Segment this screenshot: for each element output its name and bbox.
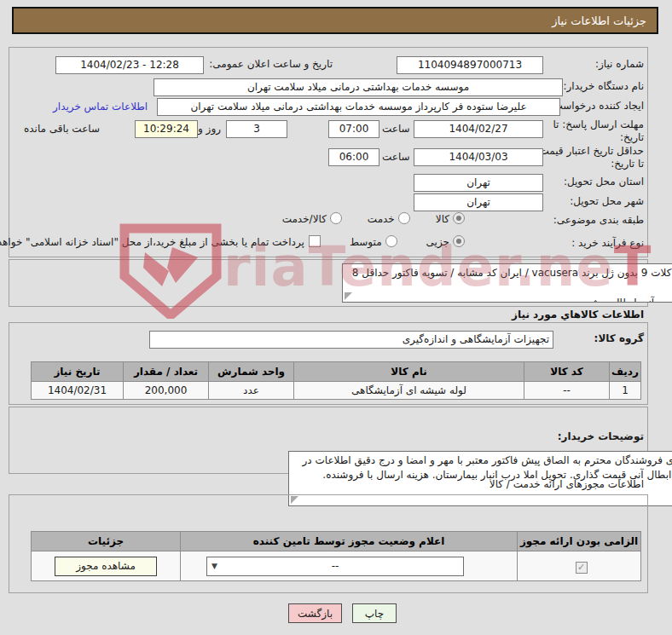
description-textarea[interactable]: لوله لخته 100*16 وکیوم کلات 9 بدون ژل بر… — [342, 263, 672, 303]
radio-goods-service-icon[interactable] — [330, 212, 342, 224]
price-validity-label: حداقل تاریخ اعتبار قیمت: تا تاریخ: — [533, 145, 644, 170]
remaining-days-label: روز و — [198, 123, 221, 136]
radio-service-icon[interactable] — [398, 212, 410, 224]
col-row-number: ردیف — [610, 362, 641, 382]
buyer-org-label: نام دستگاه خریدار: — [564, 80, 645, 93]
cell-permit-required: ✓ — [518, 551, 641, 581]
creator-label: ایجاد کننده درخواست: — [549, 100, 644, 113]
items-table-header-row: ردیف کد کالا نام کالا واحد شمارش تعداد /… — [32, 362, 641, 382]
price-validity-time[interactable]: 06:00 — [328, 148, 379, 166]
radio-goods-service[interactable]: کالا/خدمت — [282, 212, 342, 225]
table-row: ✓ -- ▼ مشاهده مجوز — [32, 551, 641, 581]
province-label: استان محل تحویل: — [564, 176, 644, 188]
items-section-title: اطلاعات کالاهاي مورد نیاز — [512, 309, 644, 320]
permits-table: الزامی بودن ارائه مجوز اعلام وضعیت مجوز … — [31, 531, 641, 581]
page-title-bar: جزئیات اطلاعات نیاز — [12, 7, 658, 34]
permit-status-value: -- — [332, 560, 339, 572]
deadline-time[interactable]: 07:00 — [328, 120, 379, 138]
permits-section-title: اطلاعات مجوزهای ارائه خدمت / کالا — [490, 478, 644, 491]
announce-value[interactable]: 1404/02/23 - 12:28 — [55, 56, 204, 74]
deadline-date[interactable]: 1404/02/27 — [414, 120, 543, 138]
city-value[interactable]: تهران — [414, 193, 543, 211]
deadline-hour-label: ساعت — [382, 123, 410, 136]
city-label: شهر محل تحویل: — [570, 195, 644, 208]
buyer-org-value[interactable]: موسسه خدمات بهداشتی درمانی میلاد سلامت ت… — [154, 78, 563, 96]
col-unit: واحد شمارش — [209, 362, 294, 382]
col-need-date: تاریخ نیاز — [32, 362, 124, 382]
radio-goods-icon[interactable] — [453, 212, 465, 224]
radio-goods[interactable]: کالا — [436, 212, 465, 225]
radio-medium-icon[interactable] — [385, 235, 397, 247]
radio-partial[interactable]: جزیی — [426, 235, 465, 248]
goods-group-label: گروه کالا: — [594, 332, 644, 345]
col-item-name: نام کالا — [294, 362, 524, 382]
classification-label: طبقه بندی موضوعی: — [553, 214, 644, 227]
permit-status-dropdown[interactable]: -- ▼ — [206, 557, 464, 576]
treasury-payment-option[interactable]: پرداخت تمام یا بخشی از مبلغ خرید،از محل … — [0, 235, 321, 248]
remaining-suffix: ساعت باقی مانده — [24, 123, 100, 136]
col-item-code: کد کالا — [524, 362, 610, 382]
print-button[interactable]: چاپ — [352, 603, 397, 623]
need-number-label: شماره نیاز: — [595, 58, 644, 71]
view-permit-button[interactable]: مشاهده مجوز — [55, 557, 157, 576]
permits-table-header-row: الزامی بودن ارائه مجوز اعلام وضعیت مجوز … — [32, 532, 641, 551]
radio-medium[interactable]: متوسط — [350, 235, 397, 248]
price-validity-date[interactable]: 1404/03/03 — [414, 148, 543, 166]
remaining-time: 10:29:24 — [135, 120, 198, 138]
remaining-days: 3 — [226, 120, 287, 138]
announce-label: تاریخ و ساعت اعلان عمومی: — [209, 58, 333, 71]
radio-partial-icon[interactable] — [453, 235, 465, 247]
back-button[interactable]: بازگشت — [288, 603, 342, 623]
col-permit-required: الزامی بودن ارائه مجوز — [518, 532, 641, 551]
cell-item-code: -- — [524, 382, 610, 400]
cell-item-name: لوله شیشه ای آزمایشگاهی — [294, 382, 524, 400]
cell-unit: عدد — [209, 382, 294, 400]
process-type-radios: جزیی متوسط پرداخت تمام یا بخشی از مبلغ خ… — [0, 235, 465, 248]
col-quantity: تعداد / مقدار — [124, 362, 209, 382]
cell-quantity: 200,000 — [124, 382, 209, 400]
page-title: جزئیات اطلاعات نیاز — [552, 14, 646, 27]
cell-permit-details: مشاهده مجوز — [32, 551, 181, 581]
creator-value[interactable]: علیرضا ستوده فر کارپرداز موسسه خدمات بهد… — [157, 98, 560, 116]
province-value[interactable]: تهران — [414, 174, 543, 192]
chevron-down-icon: ▼ — [211, 557, 217, 575]
col-permit-details: جزئیات — [32, 532, 181, 551]
cell-row-number: 1 — [610, 382, 641, 400]
classification-radios: کالا خدمت کالا/خدمت — [282, 212, 465, 225]
table-row: 1 -- لوله شیشه ای آزمایشگاهی عدد 200,000… — [32, 382, 641, 400]
process-type-label: نوع فرآیند خرید : — [571, 237, 644, 250]
radio-service[interactable]: خدمت — [368, 212, 410, 225]
col-permit-status: اعلام وضعیت مجوز توسط تامین کننده — [181, 532, 518, 551]
cell-need-date: 1404/02/31 — [32, 382, 124, 400]
permit-required-checkbox-icon: ✓ — [576, 562, 588, 574]
goods-group-value[interactable]: تجهیزات آزمایشگاهی و اندازه‌گیری — [149, 331, 553, 349]
need-details-page: جزئیات اطلاعات نیاز شماره نیاز: 11040948… — [0, 0, 672, 635]
buyer-notes-label: توضیحات خریدار: — [558, 430, 644, 443]
treasury-checkbox-icon[interactable] — [309, 235, 321, 247]
items-table: ردیف کد کالا نام کالا واحد شمارش تعداد /… — [31, 361, 641, 400]
price-validity-hour-label: ساعت — [382, 151, 410, 164]
buyer-contact-link[interactable]: اطلاعات تماس خریدار — [53, 101, 148, 113]
deadline-label: مهلت ارسال پاسخ: تا تاریخ: — [548, 118, 644, 144]
need-number-value[interactable]: 1104094897000713 — [397, 56, 543, 74]
cell-permit-status: -- ▼ — [181, 551, 518, 581]
